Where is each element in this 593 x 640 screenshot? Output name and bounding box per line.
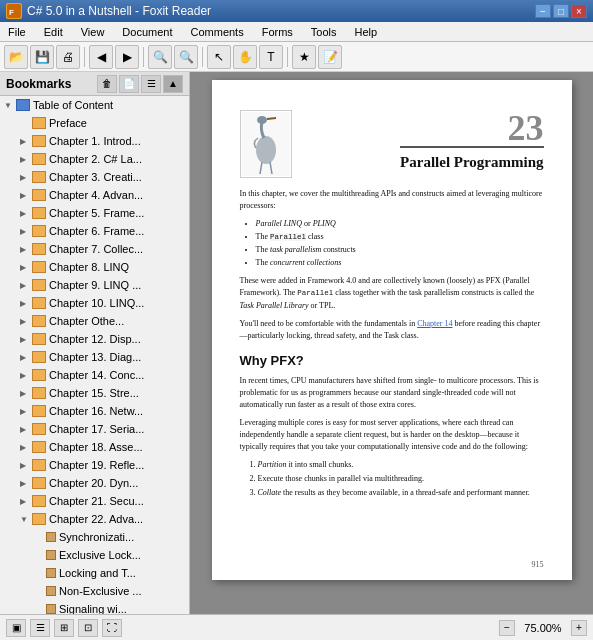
note-button[interactable]: 📝 [318,45,342,69]
bookmark-ch10[interactable]: ▶ Chapter 10. LINQ... [0,294,189,312]
bullet-2: The Parallel class [256,231,544,243]
separator-4 [287,47,288,67]
bookmark-ch4[interactable]: ▶ Chapter 4. Advan... [0,186,189,204]
menu-edit[interactable]: Edit [40,24,67,40]
panel-new-icon[interactable]: 📄 [119,75,139,93]
bookmark-ch2[interactable]: ▶ Chapter 2. C# La... [0,150,189,168]
title-bar-left: F C# 5.0 in a Nutshell - Foxit Reader [6,3,211,19]
zoom-in-button[interactable]: + [571,620,587,636]
minimize-button[interactable]: − [535,4,551,18]
maximize-button[interactable]: □ [553,4,569,18]
bookmark-ch13[interactable]: ▶ Chapter 13. Diag... [0,348,189,366]
panel-delete-icon[interactable]: 🗑 [97,75,117,93]
signaling-arrow [34,605,46,614]
panel-scroll-icon[interactable]: ▲ [163,75,183,93]
back-button[interactable]: ◀ [89,45,113,69]
menu-document[interactable]: Document [118,24,176,40]
bookmark-ch18[interactable]: ▶ Chapter 18. Asse... [0,438,189,456]
ch15-arrow: ▶ [20,389,32,398]
menu-file[interactable]: File [4,24,30,40]
menu-comments[interactable]: Comments [187,24,248,40]
bookmark-sync[interactable]: Synchronizati... [0,528,189,546]
step-1: Partition it into small chunks. [258,459,544,471]
ch15-icon [32,387,46,399]
forward-button[interactable]: ▶ [115,45,139,69]
bookmark-ch14[interactable]: ▶ Chapter 14. Conc... [0,366,189,384]
ch8-icon [32,261,46,273]
bookmark-ch19[interactable]: ▶ Chapter 19. Refle... [0,456,189,474]
bookmark-ch20[interactable]: ▶ Chapter 20. Dyn... [0,474,189,492]
bookmark-ch9[interactable]: ▶ Chapter 9. LINQ ... [0,276,189,294]
ch5-icon [32,207,46,219]
bookmark-ch-other[interactable]: ▶ Chapter Othe... [0,312,189,330]
hand-button[interactable]: ✋ [233,45,257,69]
menu-forms[interactable]: Forms [258,24,297,40]
heron-image [240,110,292,178]
bookmark-ch6[interactable]: ▶ Chapter 6. Frame... [0,222,189,240]
bookmark-preface[interactable]: Preface [0,114,189,132]
toc-arrow: ▼ [4,101,16,110]
view-fullscreen-button[interactable]: ⛶ [102,619,122,637]
bookmark-ch21[interactable]: ▶ Chapter 21. Secu... [0,492,189,510]
ch12-icon [32,333,46,345]
bookmark-ch7[interactable]: ▶ Chapter 7. Collec... [0,240,189,258]
view-spread-button[interactable]: ⊞ [54,619,74,637]
bookmark-ch8[interactable]: ▶ Chapter 8. LINQ [0,258,189,276]
ch3-icon [32,171,46,183]
highlight-button[interactable]: ★ [292,45,316,69]
ch21-label: Chapter 21. Secu... [49,495,144,507]
bookmark-ch1[interactable]: ▶ Chapter 1. Introd... [0,132,189,150]
bookmark-ch5[interactable]: ▶ Chapter 5. Frame... [0,204,189,222]
bookmark-excl[interactable]: Exclusive Lock... [0,546,189,564]
window-controls[interactable]: − □ × [535,4,587,18]
bookmark-ch22[interactable]: ▼ Chapter 22. Adva... [0,510,189,528]
bookmark-ch15[interactable]: ▶ Chapter 15. Stre... [0,384,189,402]
bookmark-ch3[interactable]: ▶ Chapter 3. Creati... [0,168,189,186]
close-button[interactable]: × [571,4,587,18]
print-button[interactable]: 🖨 [56,45,80,69]
panel-props-icon[interactable]: ☰ [141,75,161,93]
ch17-arrow: ▶ [20,425,32,434]
bookmark-toc[interactable]: ▼ Table of Content [0,96,189,114]
chapter-title: Parallel Programming [400,152,543,173]
zoom-in-button[interactable]: 🔍 [174,45,198,69]
view-facing-button[interactable]: ⊡ [78,619,98,637]
type-button[interactable]: T [259,45,283,69]
bookmark-ch17[interactable]: ▶ Chapter 17. Seria... [0,420,189,438]
menu-view[interactable]: View [77,24,109,40]
preface-label: Preface [49,117,87,129]
ch6-arrow: ▶ [20,227,32,236]
chapter-link[interactable]: Chapter 14 [417,319,452,328]
bookmark-ch12[interactable]: ▶ Chapter 12. Disp... [0,330,189,348]
svg-point-4 [257,116,267,124]
bookmark-locking[interactable]: Locking and T... [0,564,189,582]
document-view[interactable]: 23 Parallel Programming In this chapter,… [190,72,593,614]
menu-tools[interactable]: Tools [307,24,341,40]
bullet-1: Parallel LINQ or PLINQ [256,218,544,230]
open-button[interactable]: 📂 [4,45,28,69]
bookmark-list[interactable]: ▼ Table of Content Preface ▶ Chapter 1. … [0,96,189,614]
ch19-arrow: ▶ [20,461,32,470]
intro-text: In this chapter, we cover the multithrea… [240,188,544,212]
ch9-icon [32,279,46,291]
bookmark-nonexcl[interactable]: Non-Exclusive ... [0,582,189,600]
preface-arrow [20,119,32,128]
ch10-label: Chapter 10. LINQ... [49,297,144,309]
ch21-arrow: ▶ [20,497,32,506]
bookmark-signaling[interactable]: Signaling wi... [0,600,189,614]
select-button[interactable]: ↖ [207,45,231,69]
sync-arrow [34,533,46,542]
view-continuous-button[interactable]: ☰ [30,619,50,637]
ch17-icon [32,423,46,435]
app-icon: F [6,3,22,19]
excl-label: Exclusive Lock... [59,549,141,561]
ch14-label: Chapter 14. Conc... [49,369,144,381]
zoom-out-button[interactable]: 🔍 [148,45,172,69]
bookmark-ch16[interactable]: ▶ Chapter 16. Netw... [0,402,189,420]
save-button[interactable]: 💾 [30,45,54,69]
zoom-out-button[interactable]: − [499,620,515,636]
view-single-button[interactable]: ▣ [6,619,26,637]
menu-help[interactable]: Help [351,24,382,40]
ch14-arrow: ▶ [20,371,32,380]
ch2-icon [32,153,46,165]
